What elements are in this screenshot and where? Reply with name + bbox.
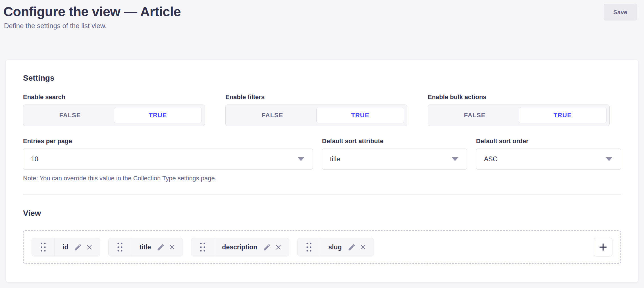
remove-icon[interactable] [168, 243, 176, 251]
remove-icon[interactable] [359, 243, 367, 251]
entries-per-page-field: Entries per page 10 Note: You can overri… [23, 137, 313, 182]
enable-bulk-actions-true-option[interactable]: TRUE [519, 108, 606, 123]
edit-pencil-icon[interactable] [157, 243, 165, 251]
configuration-card: Settings Enable search FALSE TRUE Enable… [6, 60, 638, 282]
drag-dots-icon [305, 241, 313, 253]
entries-per-page-value: 10 [31, 155, 38, 163]
field-chip-description: description [191, 238, 289, 256]
default-sort-order-field: Default sort order ASC [476, 137, 621, 182]
field-chip-slug: slug [297, 238, 374, 256]
settings-section-title: Settings [23, 74, 621, 83]
enable-filters-false-option[interactable]: FALSE [228, 108, 316, 123]
drag-handle-icon[interactable] [32, 238, 55, 256]
remove-icon[interactable] [86, 243, 93, 251]
entries-per-page-select[interactable]: 10 [23, 149, 313, 170]
enable-search-false-option[interactable]: FALSE [26, 108, 114, 123]
field-chip-label: slug [328, 243, 342, 251]
default-sort-attribute-label: Default sort attribute [322, 137, 467, 145]
drag-handle-icon[interactable] [191, 238, 214, 256]
default-sort-order-value: ASC [484, 155, 497, 163]
plus-icon [598, 242, 608, 252]
drag-handle-icon[interactable] [109, 238, 131, 256]
caret-down-icon [298, 157, 304, 161]
add-field-button[interactable] [594, 238, 612, 256]
enable-search-label: Enable search [23, 93, 216, 101]
toggles-row: Enable search FALSE TRUE Enable filters … [23, 93, 621, 126]
drag-dots-icon [40, 241, 47, 253]
edit-pencil-icon[interactable] [263, 243, 271, 251]
field-chip-label: description [222, 243, 257, 251]
enable-bulk-actions-label: Enable bulk actions [428, 93, 621, 101]
field-chip-label: title [139, 243, 151, 251]
page-header: Configure the view — Article Define the … [0, 0, 644, 30]
enable-filters-label: Enable filters [225, 93, 419, 101]
section-divider [23, 194, 621, 195]
default-sort-order-label: Default sort order [476, 137, 621, 145]
edit-pencil-icon[interactable] [74, 243, 82, 251]
displayed-fields-dropzone: id title [23, 230, 621, 264]
enable-filters-toggle: FALSE TRUE [225, 105, 407, 126]
field-chip-id: id [32, 238, 100, 256]
default-sort-attribute-value: title [330, 155, 340, 163]
drag-dots-icon [199, 241, 206, 253]
remove-icon[interactable] [275, 243, 282, 251]
drag-dots-icon [116, 241, 124, 253]
edit-pencil-icon[interactable] [348, 243, 356, 251]
entries-per-page-label: Entries per page [23, 137, 313, 145]
view-section-title: View [23, 209, 621, 218]
enable-search-field: Enable search FALSE TRUE [23, 93, 216, 126]
drag-handle-icon[interactable] [298, 238, 320, 256]
field-chip-label: id [63, 243, 68, 251]
enable-filters-true-option[interactable]: TRUE [316, 108, 404, 123]
sort-settings-row: Entries per page 10 Note: You can overri… [23, 137, 621, 182]
save-button[interactable]: Save [604, 4, 637, 20]
enable-bulk-actions-field: Enable bulk actions FALSE TRUE [428, 93, 621, 126]
entries-per-page-hint: Note: You can override this value in the… [23, 175, 313, 182]
caret-down-icon [452, 157, 458, 161]
page-subtitle: Define the settings of the list view. [4, 22, 637, 30]
default-sort-order-select[interactable]: ASC [476, 149, 621, 170]
enable-bulk-actions-false-option[interactable]: FALSE [431, 108, 519, 123]
enable-search-true-option[interactable]: TRUE [114, 108, 202, 123]
field-chip-title: title [108, 238, 183, 256]
enable-filters-field: Enable filters FALSE TRUE [225, 93, 419, 126]
default-sort-attribute-field: Default sort attribute title [322, 137, 467, 182]
enable-bulk-actions-toggle: FALSE TRUE [428, 105, 610, 126]
page-title: Configure the view — Article [3, 3, 637, 20]
default-sort-attribute-select[interactable]: title [322, 149, 467, 170]
caret-down-icon [606, 157, 612, 161]
enable-search-toggle: FALSE TRUE [23, 105, 205, 126]
